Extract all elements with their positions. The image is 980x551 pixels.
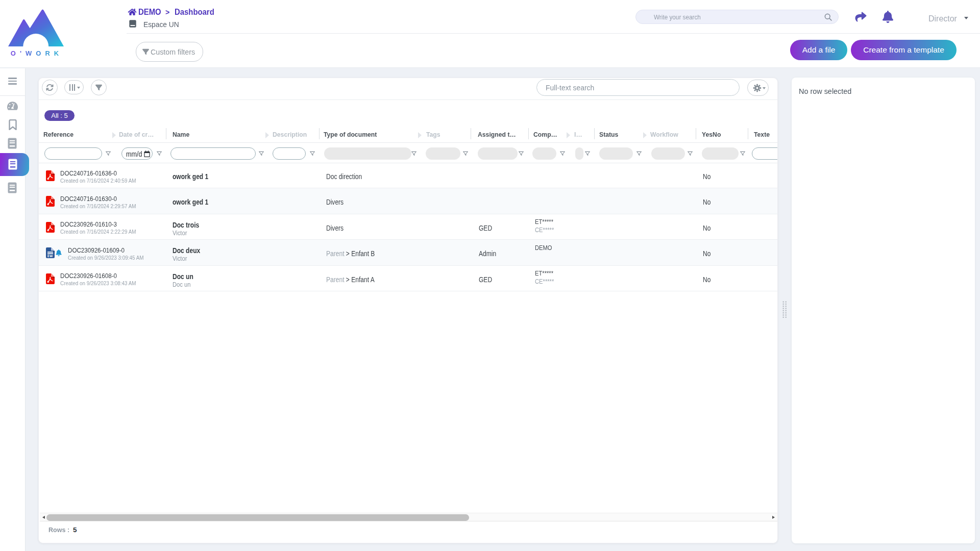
svg-text:w: w [49, 254, 53, 259]
